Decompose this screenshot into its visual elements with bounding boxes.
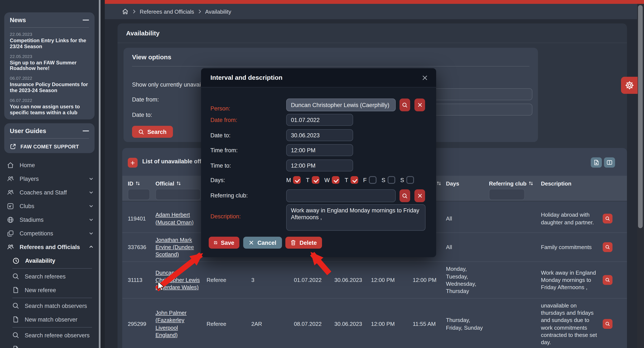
page-scrollbar-thumb[interactable] — [638, 5, 643, 228]
news-item-title[interactable]: You can now assign users to specific tea… — [10, 104, 89, 116]
sidebar-item-new-referee[interactable]: New referee — [0, 283, 99, 297]
news-item-title[interactable]: Competition Entry Links for the 23/24 Se… — [10, 38, 89, 50]
table-row: 295299 John Palmer (Fazakerley Liverpool… — [122, 298, 627, 348]
search-icon — [138, 129, 144, 134]
row-view-button[interactable] — [603, 319, 612, 329]
official-link[interactable]: Duncan Christopher Lewis (Aberdare Wales… — [156, 270, 200, 291]
referees-icon — [7, 243, 14, 251]
referring-club-clear-button[interactable] — [414, 189, 425, 202]
sidebar-item-players[interactable]: Players — [0, 172, 99, 186]
day-checkbox-monday[interactable] — [293, 176, 301, 184]
close-icon — [417, 193, 422, 198]
row-view-button[interactable] — [603, 242, 612, 252]
column-header-description[interactable]: Description — [541, 180, 598, 187]
official-link[interactable]: Adam Herbert (Muscat Oman) — [156, 212, 194, 225]
chevron-down-icon — [88, 176, 94, 181]
column-header-official[interactable]: Official — [156, 180, 202, 187]
add-interval-button[interactable] — [128, 158, 138, 167]
column-header-days[interactable]: Days — [446, 180, 485, 187]
divider — [10, 27, 89, 28]
search-button[interactable]: Search — [132, 126, 173, 138]
time-from-input[interactable] — [286, 144, 353, 156]
faw-comet-support-link[interactable]: FAW COMET SUPPORT — [10, 143, 89, 150]
search-button-label: Search — [147, 129, 166, 135]
referring-club-search-button[interactable] — [400, 189, 410, 202]
sidebar-item-search-match-observers[interactable]: Search match observers — [0, 299, 99, 313]
search-icon — [402, 193, 408, 199]
official-link[interactable]: Jonathan Mark Ervine (Dundee Scotland) — [156, 237, 194, 258]
day-letter: W — [324, 177, 330, 183]
date-to-label: Date to: — [210, 132, 231, 139]
day-checkbox-tuesday[interactable] — [312, 176, 319, 184]
cell-days: Thursday, Friday, Sunday — [446, 313, 489, 335]
news-item-title[interactable]: Sign up to an FAW Summer Roadshow here! — [10, 60, 89, 72]
row-view-button[interactable] — [603, 275, 612, 285]
home-icon — [7, 161, 14, 169]
sidebar-item-referees-and-officials[interactable]: Referees and Officials — [0, 240, 99, 254]
divider — [12, 327, 92, 327]
sidebar-item-competitions[interactable]: Competitions — [0, 227, 99, 240]
day-checkbox-sunday[interactable] — [406, 176, 414, 184]
column-header-referring-club[interactable]: Referring club — [489, 180, 537, 187]
news-panel: News 22.06.2023 Competition Entry Links … — [4, 12, 94, 119]
sidebar-item-stadiums[interactable]: Stadiums — [0, 213, 99, 227]
save-button[interactable]: Save — [209, 237, 239, 249]
date-to-input[interactable] — [286, 129, 353, 141]
sidebar-item-clubs[interactable]: Clubs — [0, 199, 99, 213]
competitions-icon — [7, 230, 14, 237]
sidebar-item-availability[interactable]: Availability — [0, 254, 99, 267]
sidebar-item-new-match-observer[interactable]: New match observer — [0, 313, 99, 326]
collapse-icon[interactable] — [83, 20, 89, 21]
news-item-date: 22.06.2023 — [10, 32, 89, 37]
description-textarea[interactable]: Work away in England Monday mornings to … — [286, 204, 426, 231]
day-checkbox-wednesday[interactable] — [332, 176, 340, 184]
cell-days: All — [446, 240, 489, 254]
sidebar-item-coaches-and-staff[interactable]: Coaches and Staff — [0, 186, 99, 199]
column-settings-button[interactable] — [604, 157, 615, 167]
date-from-input[interactable] — [286, 114, 353, 126]
time-to-input[interactable] — [286, 159, 353, 171]
sort-icon — [136, 181, 140, 186]
collapse-icon[interactable] — [83, 130, 89, 132]
sidebar-scrollbar-thumb[interactable] — [99, 0, 100, 348]
cancel-button[interactable]: Cancel — [243, 237, 282, 249]
person-field[interactable] — [286, 98, 396, 111]
sort-icon — [176, 181, 181, 186]
person-search-button[interactable] — [400, 98, 410, 111]
home-icon[interactable] — [122, 8, 129, 15]
sidebar-item-search-referee-observers[interactable]: Search referee observers — [0, 328, 99, 342]
modal-close-button[interactable] — [420, 73, 429, 82]
day-checkbox-thursday[interactable] — [350, 176, 358, 184]
referring-club-input[interactable] — [286, 189, 396, 202]
export-file-button[interactable] — [591, 157, 602, 167]
sidebar-item-next[interactable] — [0, 342, 99, 348]
official-link[interactable]: John Palmer (Fazakerley Liverpool Englan… — [156, 310, 186, 338]
day-checkbox-saturday[interactable] — [388, 176, 395, 184]
row-view-button[interactable] — [603, 214, 612, 224]
page-title: Availability — [126, 30, 160, 37]
day-letter: M — [286, 177, 291, 183]
cell-description: Family commitments — [541, 240, 603, 254]
cell-days: All — [446, 212, 489, 226]
date-to-label: Date to: — [132, 112, 152, 118]
id-filter-input[interactable] — [128, 189, 150, 200]
sidebar-item-search-referees[interactable]: Search referees — [0, 270, 99, 283]
cell-id: 337636 — [128, 240, 156, 254]
sort-icon — [528, 181, 533, 186]
sidebar-item-home[interactable]: Home — [0, 158, 99, 172]
day-letter: S — [382, 177, 386, 183]
delete-button[interactable]: Delete — [285, 237, 322, 249]
official-filter-input[interactable] — [156, 189, 200, 200]
cell-days: Monday, Tuesday, Wednesday, Thursday — [446, 262, 489, 298]
coaches-icon — [7, 189, 14, 196]
settings-gear-button[interactable] — [621, 77, 638, 94]
day-checkbox-friday[interactable] — [369, 176, 376, 184]
search-icon — [605, 321, 610, 327]
column-header-id[interactable]: ID — [128, 180, 151, 187]
external-link-icon — [10, 143, 16, 150]
news-item-title[interactable]: Insurance Policy Documents for the 2023-… — [10, 82, 89, 94]
person-clear-button[interactable] — [414, 98, 425, 111]
breadcrumb-item[interactable]: Referees and Officials — [140, 8, 194, 15]
divider — [12, 298, 92, 298]
referring-club-filter-input[interactable] — [489, 189, 525, 200]
